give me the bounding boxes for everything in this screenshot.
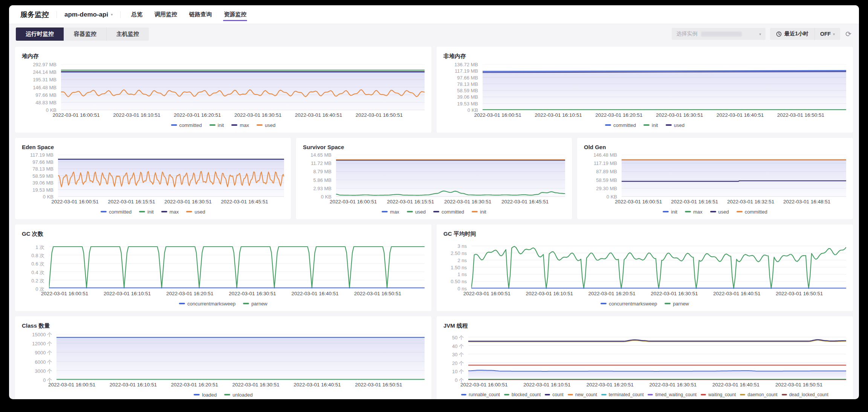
legend-item-used[interactable]: used — [407, 209, 426, 215]
x-axis-label: 2022-03-01 16:50:51 — [775, 382, 822, 388]
legend-item-concurrentmarksweep[interactable]: concurrentmarksweep — [179, 301, 235, 307]
legend-item-used[interactable]: used — [186, 209, 205, 215]
legend-item-committed[interactable]: committed — [433, 209, 464, 215]
legend-item-max[interactable]: max — [382, 209, 399, 215]
legend-item-waiting_count[interactable]: waiting_count — [701, 392, 736, 397]
legend-item-committed[interactable]: committed — [737, 209, 767, 215]
x-axis-label: 2022-03-01 16:50:51 — [355, 382, 402, 388]
chart-title: GC 平均时间 — [443, 230, 846, 238]
x-axis-label: 2022-03-01 16:50:51 — [777, 112, 824, 118]
legend-item-new_count[interactable]: new_count — [568, 392, 597, 397]
legend-swatch — [737, 211, 743, 212]
y-axis-label: 9000 个 — [35, 349, 52, 356]
legend-item-init[interactable]: init — [209, 122, 224, 128]
nav-item-call-monitor[interactable]: 调用监控 — [154, 6, 177, 23]
legend-label: dead_locked_count — [789, 392, 828, 397]
legend-swatch — [407, 211, 413, 212]
chart-svg — [49, 242, 425, 289]
legend-item-unloaded[interactable]: unloaded — [224, 392, 253, 398]
legend-item-count[interactable]: count — [545, 392, 563, 397]
refresh-icon[interactable]: ⟳ — [845, 31, 852, 38]
legend-item-concurrentmarksweep[interactable]: concurrentmarksweep — [601, 301, 657, 307]
y-axis-label: 1 ns — [457, 272, 467, 277]
time-range-button[interactable]: 最近1小时 — [770, 28, 815, 40]
app-window: 服务监控 apm-demo-api ▾ 总览 调用监控 链路查询 资源监控 运行… — [9, 5, 859, 399]
x-axis-label: 2022-03-01 16:10:51 — [104, 291, 151, 296]
chart-row: Eden Space117.19 MB97.66 MB78.13 MB58.59… — [15, 138, 853, 219]
legend-item-runnable_count[interactable]: runnable_count — [461, 392, 500, 397]
service-selector[interactable]: apm-demo-api ▾ — [64, 11, 113, 18]
chart-card-gc_count: GC 次数1 次0.8 次0.6 次0.4 次0.2 次0 次2022-03-0… — [15, 224, 431, 311]
legend-swatch — [685, 211, 691, 212]
chevron-down-icon: ▾ — [111, 12, 113, 17]
y-axis-label: 195.31 MB — [33, 77, 57, 82]
x-axis-label: 2022-03-01 16:40:51 — [713, 291, 760, 296]
legend-swatch — [663, 211, 669, 212]
y-axis-label: 117.19 MB — [30, 152, 53, 158]
chart-plot: 15000 个12000 个9000 个6000 个3000 个0 个2022-… — [22, 334, 425, 389]
legend-item-used[interactable]: used — [666, 122, 685, 128]
nav-item-trace-query[interactable]: 链路查询 — [189, 6, 212, 23]
chart-plot: 50 个40 个30 个20 个10 个0 个2022-03-01 16:00:… — [443, 334, 846, 389]
legend-label: parnew — [673, 301, 689, 307]
y-axis-label: 97.66 MB — [457, 75, 478, 81]
chart-plot: 146.48 MB117.19 MB87.89 MB58.59 MB29.30 … — [584, 155, 846, 206]
y-axis-label: 19.53 MB — [457, 101, 478, 107]
chart-svg — [471, 242, 846, 289]
x-axis-label: 2022-03-01 16:30:51 — [232, 382, 280, 388]
y-axis-label: 146.48 MB — [593, 152, 617, 158]
legend-item-dead_locked_count[interactable]: dead_locked_count — [782, 392, 828, 397]
x-axis-label: 2022-03-01 16:00:51 — [48, 382, 95, 388]
y-axis-label: 39.06 MB — [32, 180, 53, 186]
y-axis-label: 12000 个 — [32, 340, 52, 347]
legend-item-parnew[interactable]: parnew — [243, 301, 267, 307]
y-axis-label: 3000 个 — [35, 368, 52, 375]
legend-swatch — [643, 124, 649, 126]
legend-item-used[interactable]: used — [710, 209, 729, 215]
legend-swatch — [782, 394, 787, 395]
chart-svg — [622, 155, 846, 197]
y-axis-label: 58.59 MB — [32, 173, 53, 179]
legend-swatch — [179, 303, 185, 304]
legend-item-committed[interactable]: committed — [171, 122, 202, 128]
legend-item-timed_waiting_count[interactable]: timed_waiting_count — [648, 392, 696, 397]
tab-host-monitor[interactable]: 主机监控 — [106, 27, 149, 41]
nav-item-overview[interactable]: 总览 — [131, 6, 142, 23]
legend-swatch — [605, 124, 611, 126]
main-nav: 总览 调用监控 链路查询 资源监控 — [131, 6, 246, 23]
nav-item-resource-monitor[interactable]: 资源监控 — [224, 6, 246, 23]
x-axis-label: 2022-03-01 16:30:51 — [164, 199, 211, 204]
instance-select-placeholder: 选择实例 — [676, 31, 697, 37]
plot-area: 2022-03-01 16:00:512022-03-01 16:15:5120… — [336, 155, 565, 206]
x-axis-label: 2022-03-01 16:10:51 — [110, 382, 157, 388]
legend-item-parnew[interactable]: parnew — [665, 301, 689, 307]
x-axis-label: 2022-03-01 16:30:51 — [651, 291, 698, 296]
legend-item-init[interactable]: init — [139, 209, 154, 215]
y-axis: 1 次0.8 次0.6 次0.4 次0.2 次0 次 — [22, 242, 49, 289]
tab-runtime-monitor[interactable]: 运行时监控 — [16, 27, 64, 41]
legend-item-init[interactable]: init — [472, 209, 486, 215]
y-axis-label: 0.50 ns — [451, 279, 467, 284]
y-axis-label: 6000 个 — [35, 359, 52, 366]
legend-item-max[interactable]: max — [231, 122, 249, 128]
legend-item-init[interactable]: init — [643, 122, 658, 128]
x-axis: 2022-03-01 16:00:512022-03-01 16:15:5120… — [336, 198, 565, 206]
legend-item-committed[interactable]: committed — [101, 209, 131, 215]
legend-item-loaded[interactable]: loaded — [194, 392, 217, 398]
plot-area: 2022-03-01 16:00:512022-03-01 16:10:5120… — [468, 334, 846, 389]
y-axis-label: 39.06 MB — [457, 94, 478, 100]
instance-select[interactable]: 选择实例 ▾ — [672, 28, 766, 40]
tab-container-monitor[interactable]: 容器监控 — [64, 27, 106, 41]
x-axis: 2022-03-01 16:00:512022-03-01 16:10:5120… — [468, 381, 846, 389]
legend-item-init[interactable]: init — [663, 209, 677, 215]
y-axis: 15000 个12000 个9000 个6000 个3000 个0 个 — [22, 334, 57, 380]
legend-item-committed[interactable]: committed — [605, 122, 636, 128]
legend-item-blocked_count[interactable]: blocked_count — [504, 392, 541, 397]
legend-item-used[interactable]: used — [257, 122, 275, 128]
legend-item-max[interactable]: max — [161, 209, 179, 215]
legend-item-max[interactable]: max — [685, 209, 703, 215]
chart-row: Class 数量15000 个12000 个9000 个6000 个3000 个… — [15, 316, 853, 399]
auto-refresh-toggle[interactable]: OFF ▾ — [815, 28, 840, 40]
legend-item-terminated_count[interactable]: terminated_count — [601, 392, 644, 397]
legend-item-daemon_count[interactable]: daemon_count — [740, 392, 777, 397]
